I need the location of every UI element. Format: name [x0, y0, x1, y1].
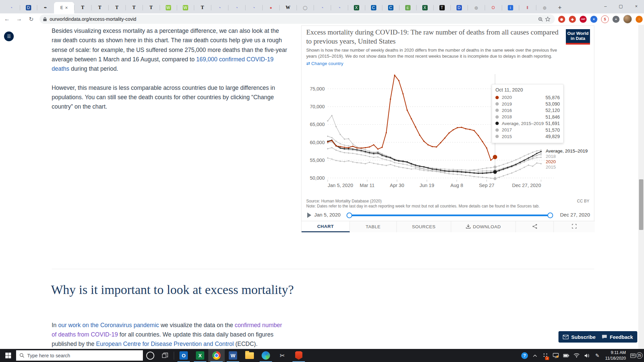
show-hidden-icons-chevron[interactable]: [530, 349, 540, 362]
browser-tab[interactable]: W: [160, 2, 177, 13]
browser-tab[interactable]: ◍: [468, 2, 485, 13]
plug-extension-icon[interactable]: ◆: [569, 16, 576, 23]
help-icon[interactable]: ?: [519, 349, 530, 362]
volume-icon[interactable]: [582, 349, 592, 362]
cortana-icon[interactable]: [143, 349, 158, 362]
new-tab-button[interactable]: +: [555, 3, 565, 12]
brave-taskbar-icon[interactable]: [290, 349, 307, 362]
browser-tab[interactable]: ◯: [297, 2, 314, 13]
browser-tab[interactable]: ◔: [331, 2, 348, 13]
taskbar-search[interactable]: Type here to search: [16, 350, 143, 361]
chart-tab-download[interactable]: DOWNLOAD: [451, 221, 516, 232]
browser-tab[interactable]: ●: [262, 2, 279, 13]
update-arrow-icon[interactable]: ↑: [636, 16, 643, 23]
browser-tab[interactable]: ◔: [228, 2, 245, 13]
browser-tab[interactable]: ◔: [314, 2, 331, 13]
table-of-contents-button[interactable]: ☰: [4, 32, 14, 41]
browser-tab[interactable]: W: [177, 2, 194, 13]
chrome-taskbar-icon[interactable]: [208, 349, 225, 362]
extensions-puzzle-icon[interactable]: +: [612, 16, 620, 23]
data-point: [331, 159, 333, 160]
taskbar-clock[interactable]: 9:11 AM 11/16/2020: [605, 350, 626, 361]
browser-tab[interactable]: T: [74, 2, 91, 13]
updates-tray-icon[interactable]: 2: [540, 349, 550, 362]
browser-tab[interactable]: O: [485, 2, 502, 13]
forward-button[interactable]: →: [14, 14, 24, 24]
display-tray-icon[interactable]: [550, 349, 561, 362]
battery-icon[interactable]: [561, 349, 571, 362]
legend-label[interactable]: 2020: [546, 159, 556, 164]
start-button[interactable]: [0, 349, 16, 362]
x-extension-icon[interactable]: ×: [590, 16, 597, 23]
abp-icon[interactable]: ABP: [580, 16, 587, 23]
browser-tab[interactable]: X: [348, 2, 365, 13]
wifi-icon[interactable]: [571, 349, 582, 362]
chart-tab-fullscreen[interactable]: [554, 221, 595, 232]
back-button[interactable]: ←: [2, 14, 12, 24]
minimize-button[interactable]: –: [598, 0, 613, 12]
snipping-tool-taskbar-icon[interactable]: ✂: [274, 349, 290, 362]
legend-label[interactable]: 2018: [546, 154, 556, 159]
data-point: [507, 167, 508, 168]
subscribe-button[interactable]: Subscribe: [558, 331, 600, 343]
inline-link[interactable]: European Centre for Disease Prevention a…: [96, 341, 234, 347]
browser-tab[interactable]: T: [143, 2, 160, 13]
legend-label[interactable]: 2015: [546, 165, 556, 170]
page-scrollbar[interactable]: [638, 25, 644, 349]
timeline-handle-start[interactable]: [346, 213, 352, 218]
play-button[interactable]: [307, 213, 311, 218]
file-explorer-taskbar-icon[interactable]: [241, 349, 258, 362]
browser-tab[interactable]: D: [450, 2, 468, 13]
timeline-track[interactable]: [348, 215, 551, 216]
browser-tab[interactable]: ‖: [519, 2, 536, 13]
s-extension-icon[interactable]: S: [601, 15, 609, 23]
license-link[interactable]: CC BY: [577, 199, 589, 203]
chart-tab-share[interactable]: [516, 221, 554, 232]
outlook-taskbar-icon[interactable]: O: [175, 349, 192, 362]
legend-label[interactable]: Average, 2015–2019: [546, 148, 588, 154]
browser-tab[interactable]: T: [108, 2, 125, 13]
maximize-button[interactable]: ▢: [613, 0, 629, 12]
browser-tab[interactable]: ✒: [37, 2, 54, 13]
zoom-icon[interactable]: [537, 15, 544, 23]
browser-tab[interactable]: T: [433, 2, 450, 13]
owid-logo[interactable]: Our World in Data: [566, 29, 590, 45]
browser-tab[interactable]: ◍: [536, 2, 553, 13]
timeline-handle-end[interactable]: [547, 213, 553, 218]
browser-tab[interactable]: c: [399, 2, 416, 13]
word-taskbar-icon[interactable]: W: [225, 349, 241, 362]
task-view-icon[interactable]: [158, 349, 172, 362]
notification-center[interactable]: 25: [629, 349, 644, 362]
bookmark-star-icon[interactable]: [544, 15, 551, 23]
chart-tab-table[interactable]: TABLE: [350, 221, 397, 232]
close-button[interactable]: ×: [629, 0, 644, 12]
reload-button[interactable]: ↻: [26, 14, 36, 24]
browser-tab[interactable]: C: [365, 2, 382, 13]
browser-tab[interactable]: ◔: [3, 2, 20, 13]
browser-tab[interactable]: D: [20, 2, 37, 13]
chart-tab-chart[interactable]: CHART: [302, 221, 350, 232]
browser-tab[interactable]: ◔: [211, 2, 228, 13]
browser-tab[interactable]: ◔: [245, 2, 262, 13]
scrollbar-thumb[interactable]: [639, 179, 643, 230]
feedback-button[interactable]: Feedback: [597, 331, 637, 343]
profile-avatar[interactable]: [623, 15, 632, 23]
browser-tab[interactable]: T: [125, 2, 143, 13]
browser-tab[interactable]: T: [194, 2, 211, 13]
browser-tab[interactable]: i: [502, 2, 519, 13]
pen-icon[interactable]: ✎: [592, 349, 602, 362]
browser-tab[interactable]: C: [382, 2, 399, 13]
chart-tab-sources[interactable]: SOURCES: [397, 221, 451, 232]
browser-tab[interactable]: X: [416, 2, 433, 13]
data-point: [369, 146, 370, 148]
address-bar[interactable]: ourworldindata.org/excess-mortality-covi…: [40, 14, 555, 24]
inline-link[interactable]: our work on the Coronavirus pandemic: [58, 322, 159, 328]
edge-taskbar-icon[interactable]: [258, 349, 274, 362]
tab-close-icon[interactable]: ×: [65, 5, 68, 10]
active-tab[interactable]: E×: [54, 2, 74, 13]
adblock-hand-icon[interactable]: ◉: [558, 16, 565, 23]
change-country-link[interactable]: ⇄ Change country: [306, 61, 343, 66]
browser-tab[interactable]: T: [91, 2, 108, 13]
excel-taskbar-icon[interactable]: X: [192, 349, 208, 362]
browser-tab[interactable]: W: [279, 2, 297, 13]
